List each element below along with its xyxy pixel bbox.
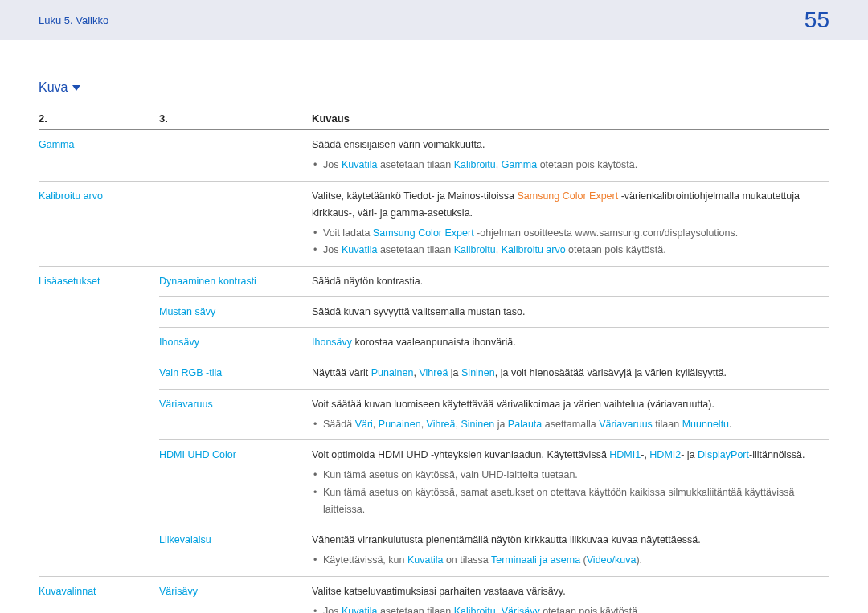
setting-name: Mustan sävy <box>159 296 312 327</box>
setting-description: Valitse katseluvaatimuksiasi parhaiten v… <box>312 576 829 613</box>
section-title-text: Kuva <box>39 80 68 95</box>
page-header: Luku 5. Valikko 55 <box>0 0 868 40</box>
setting-name: HDMI UHD Color <box>159 440 312 525</box>
page-number: 55 <box>805 7 829 33</box>
setting-category: Kalibroitu arvo <box>39 181 159 266</box>
setting-description: Vähentää virrankulutusta pienentämällä n… <box>312 525 829 577</box>
setting-name: Väriavaruus <box>159 389 312 440</box>
setting-description: Ihonsävy korostaa vaaleanpunaista ihonvä… <box>312 328 829 358</box>
chapter-label: Luku 5. Valikko <box>39 14 108 27</box>
setting-description: Voit säätää kuvan luomiseen käytettävää … <box>312 389 829 440</box>
col-header-1: 2. <box>39 109 159 130</box>
setting-description: Voit optimoida HDMI UHD -yhteyksien kuva… <box>312 440 829 525</box>
col-header-3: Kuvaus <box>312 109 829 130</box>
setting-name: Värisävy <box>159 576 312 613</box>
setting-description: Säädä kuvan syvyyttä valitsemalla mustan… <box>312 296 829 327</box>
setting-description: Säädä ensisijaisen värin voimakkuutta.Jo… <box>312 130 829 182</box>
setting-category: Kuvavalinnat <box>39 576 159 613</box>
setting-name: Ihonsävy <box>159 328 312 358</box>
setting-description: Näyttää värit Punainen, Vihreä ja Sinine… <box>312 358 829 389</box>
table-row: GammaSäädä ensisijaisen värin voimakkuut… <box>39 130 829 182</box>
page-content: Kuva 2. 3. Kuvaus GammaSäädä ensisijaise… <box>0 40 868 613</box>
setting-description: Säädä näytön kontrastia. <box>312 266 829 296</box>
section-title: Kuva <box>39 80 829 95</box>
settings-table: 2. 3. Kuvaus GammaSäädä ensisijaisen vär… <box>39 109 829 613</box>
table-row: KuvavalinnatVärisävyValitse katseluvaati… <box>39 576 829 613</box>
col-header-2: 3. <box>159 109 312 130</box>
setting-name <box>159 181 312 266</box>
setting-name <box>159 130 312 182</box>
table-row: LisäasetuksetDynaaminen kontrastiSäädä n… <box>39 266 829 296</box>
table-row: Kalibroitu arvoValitse, käytetäänkö Tied… <box>39 181 829 266</box>
setting-category: Lisäasetukset <box>39 266 159 576</box>
setting-name: Vain RGB -tila <box>159 358 312 389</box>
setting-name: Dynaaminen kontrasti <box>159 266 312 296</box>
chevron-down-icon <box>72 85 80 91</box>
setting-description: Valitse, käytetäänkö Tiedot- ja Mainos-t… <box>312 181 829 266</box>
setting-category: Gamma <box>39 130 159 182</box>
setting-name: Liikevalaisu <box>159 525 312 577</box>
